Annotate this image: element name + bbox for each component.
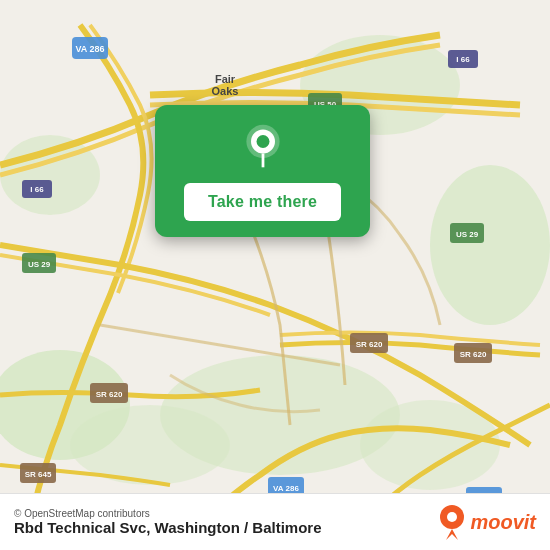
svg-text:Fair: Fair xyxy=(215,73,236,85)
svg-text:VA 286: VA 286 xyxy=(273,484,299,493)
bottom-bar: © OpenStreetMap contributors Rbd Technic… xyxy=(0,493,550,550)
svg-text:SR 645: SR 645 xyxy=(25,470,52,479)
take-me-there-button[interactable]: Take me there xyxy=(184,183,341,221)
svg-text:I 66: I 66 xyxy=(456,55,470,64)
map-container: VA 286 I 66 I 66 US 50 US 29 US 29 SR 62… xyxy=(0,0,550,550)
location-pin-icon xyxy=(239,123,287,171)
svg-text:Oaks: Oaks xyxy=(212,85,239,97)
location-name: Rbd Technical Svc, Washington / Baltimor… xyxy=(14,519,322,536)
svg-point-38 xyxy=(447,512,457,522)
svg-text:US 29: US 29 xyxy=(28,260,51,269)
osm-credit: © OpenStreetMap contributors xyxy=(14,508,322,519)
location-info: © OpenStreetMap contributors Rbd Technic… xyxy=(14,508,322,536)
svg-text:VA 286: VA 286 xyxy=(75,44,104,54)
svg-text:US 29: US 29 xyxy=(456,230,479,239)
svg-text:I 66: I 66 xyxy=(30,185,44,194)
moovit-label: moovit xyxy=(470,511,536,534)
svg-text:SR 620: SR 620 xyxy=(96,390,123,399)
svg-text:SR 620: SR 620 xyxy=(356,340,383,349)
moovit-pin-icon xyxy=(438,504,466,540)
svg-point-2 xyxy=(430,165,550,325)
map-roads: VA 286 I 66 I 66 US 50 US 29 US 29 SR 62… xyxy=(0,0,550,550)
moovit-logo[interactable]: moovit xyxy=(438,504,536,540)
svg-text:SR 620: SR 620 xyxy=(460,350,487,359)
location-card: Take me there xyxy=(155,105,370,237)
svg-point-36 xyxy=(256,135,269,148)
svg-point-6 xyxy=(0,135,100,215)
